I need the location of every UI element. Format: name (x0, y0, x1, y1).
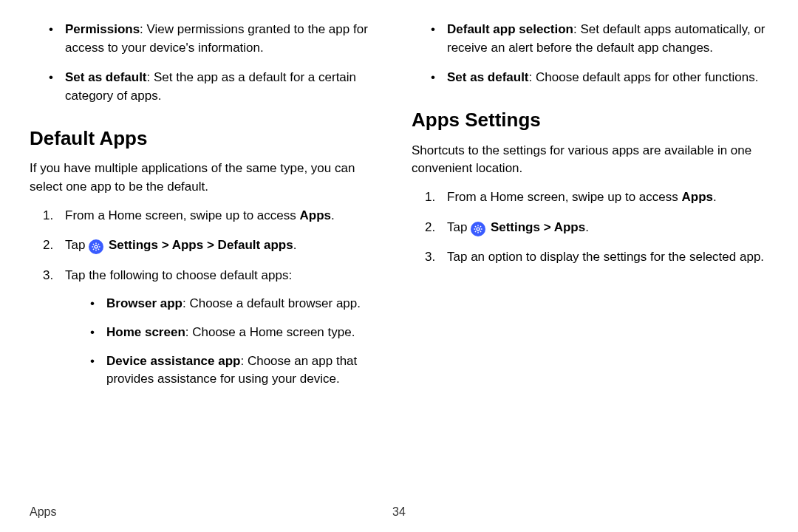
nav-seg: Settings (491, 220, 540, 234)
bullet-item: Default app selection: Set default apps … (431, 21, 768, 57)
bullet-term: Set as default (65, 70, 147, 84)
bullet-item: Set as default: Set the app as a default… (49, 69, 386, 105)
step-text: From a Home screen, swipe up to access (65, 208, 299, 222)
step-text: Tap the following to choose default apps… (65, 268, 292, 282)
sub-bullets: Browser app: Choose a default browser ap… (65, 295, 386, 389)
period: . (585, 220, 589, 234)
pre-section-bullets: Default app selection: Set default apps … (412, 21, 768, 87)
nav-seg: Default apps (218, 238, 293, 252)
bullet-item: Device assistance app: Choose an app tha… (90, 352, 386, 389)
bullet-term: Set as default (447, 70, 529, 84)
step-item: Tap an option to display the settings fo… (412, 248, 768, 267)
pre-section-bullets: Permissions: View permissions granted to… (30, 21, 386, 106)
settings-icon (471, 222, 485, 236)
chevron-icon: > (207, 238, 214, 252)
step-text: Tap an option to display the settings fo… (447, 250, 764, 264)
ordered-steps: From a Home screen, swipe up to access A… (412, 188, 768, 267)
chevron-icon: > (162, 238, 169, 252)
bullet-item: Browser app: Choose a default browser ap… (90, 295, 386, 313)
step-bold: Apps (681, 190, 713, 204)
svg-point-0 (95, 245, 98, 248)
step-item: From a Home screen, swipe up to access A… (412, 188, 768, 207)
settings-icon (89, 239, 103, 254)
section-heading-apps-settings: Apps Settings (412, 106, 768, 134)
manual-page: Permissions: View permissions granted to… (0, 0, 798, 532)
step-text: Tap (65, 238, 89, 252)
chevron-icon: > (544, 220, 551, 234)
bullet-term: Permissions (65, 22, 140, 36)
step-item: Tap the following to choose default apps… (30, 267, 386, 389)
bullet-item: Set as default: Choose default apps for … (431, 69, 768, 87)
bullet-term: Device assistance app (106, 354, 240, 368)
step-text: . (713, 190, 717, 204)
nav-path: Settings > Apps > Default apps (109, 238, 293, 252)
page-footer: Apps 34 (30, 505, 768, 519)
step-text: From a Home screen, swipe up to access (447, 190, 681, 204)
period: . (293, 238, 297, 252)
two-column-layout: Permissions: View permissions granted to… (30, 21, 768, 400)
nav-seg: Apps (554, 220, 586, 234)
section-heading-default-apps: Default Apps (30, 125, 386, 153)
nav-seg: Apps (172, 238, 204, 252)
footer-breadcrumb: Apps (30, 505, 56, 519)
bullet-item: Home screen: Choose a Home screen type. (90, 324, 386, 342)
bullet-desc: : Choose a Home screen type. (185, 325, 355, 339)
bullet-item: Permissions: View permissions granted to… (49, 21, 386, 57)
bullet-term: Browser app (106, 296, 183, 310)
step-bold: Apps (299, 208, 331, 222)
nav-seg: Settings (109, 238, 158, 252)
svg-point-1 (477, 228, 480, 231)
right-column: Default app selection: Set default apps … (412, 21, 768, 400)
step-item: Tap Settings > Apps > Default apps. (30, 236, 386, 255)
step-text: Tap (447, 220, 471, 234)
step-text: . (331, 208, 335, 222)
step-item: Tap Settings > Apps. (412, 219, 768, 237)
footer-page-number: 34 (392, 505, 406, 519)
bullet-term: Home screen (106, 325, 185, 339)
left-column: Permissions: View permissions granted to… (30, 21, 386, 400)
bullet-desc: : Choose a default browser app. (183, 296, 361, 310)
step-item: From a Home screen, swipe up to access A… (30, 207, 386, 225)
section-intro: If you have multiple applications of the… (30, 160, 386, 196)
ordered-steps: From a Home screen, swipe up to access A… (30, 207, 386, 389)
bullet-term: Default app selection (447, 22, 573, 36)
section-intro: Shortcuts to the settings for various ap… (412, 142, 768, 178)
bullet-desc: : Choose default apps for other function… (529, 70, 759, 84)
nav-path: Settings > Apps (491, 220, 585, 234)
